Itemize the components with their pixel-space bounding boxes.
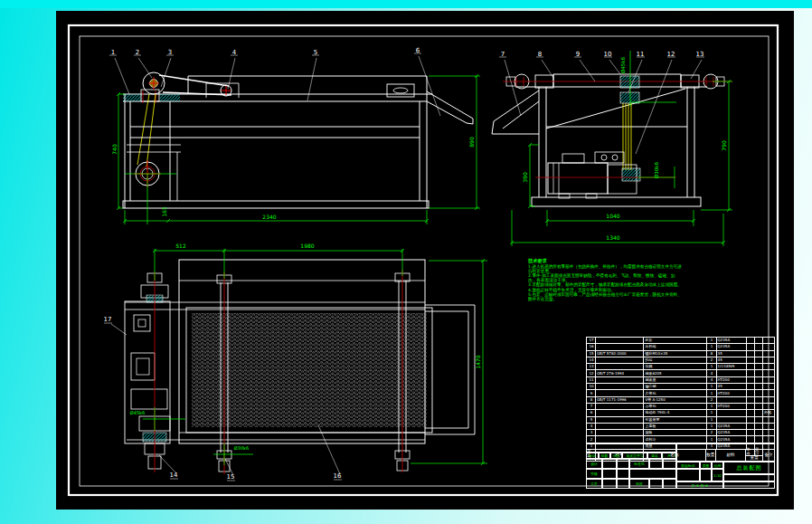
dim-front-bottom: 2340 bbox=[262, 214, 276, 220]
dim-front-offset: 165 bbox=[161, 206, 167, 217]
bottom-right-cell bbox=[723, 481, 775, 489]
process-date-cell bbox=[617, 479, 629, 489]
bom-row: 6电动机 Y90L-41外购 bbox=[586, 409, 775, 415]
side-part-labels: 7 8 9 10 11 12 13 bbox=[501, 51, 704, 58]
front-part-labels: 1 2 3 4 5 6 bbox=[111, 47, 420, 56]
bom-row: 7小带轮1HT200 bbox=[586, 403, 775, 409]
company-cell bbox=[723, 474, 775, 481]
dim-plan-shaft: Ø45k6 bbox=[130, 410, 145, 415]
design-date-cell bbox=[617, 459, 629, 469]
rev-mark-label: 标记 bbox=[586, 453, 599, 459]
mass-label: 质量 bbox=[700, 462, 712, 469]
part-label-16: 16 bbox=[334, 472, 342, 480]
notes-title: 技术要求 bbox=[528, 259, 711, 263]
bom-row: 12GB/T 276-1994轴承62054 bbox=[586, 369, 775, 376]
scale-value: 1:10 bbox=[712, 469, 723, 481]
top-pulley-hatch-b bbox=[620, 92, 639, 103]
part-label-15: 15 bbox=[227, 473, 235, 481]
dim-plan-1980: 1980 bbox=[300, 243, 314, 249]
approve-sign-cell bbox=[649, 479, 663, 489]
dim-side-shaft: Ø45k6 bbox=[620, 56, 626, 73]
drawing-name: 总装配图 bbox=[723, 462, 775, 474]
rev-zone-label: 分区 bbox=[610, 453, 622, 459]
design-sign-cell bbox=[602, 459, 617, 469]
approve-label: 批准 bbox=[629, 479, 649, 489]
bom-row: 5张紧装置1 bbox=[586, 416, 775, 423]
note-line: 附件齐全完整。 bbox=[528, 297, 711, 301]
bom-row: 15GB/T 5782-2000螺栓M10×35835 bbox=[586, 350, 775, 357]
part-label-14: 14 bbox=[170, 472, 178, 479]
top-pulley-hatch-a bbox=[620, 76, 639, 88]
process-sign-cell bbox=[602, 479, 617, 489]
part-label-7: 7 bbox=[501, 51, 505, 58]
standard-date-cell bbox=[663, 459, 676, 469]
rev-date-label: 年、月、日 bbox=[662, 453, 676, 459]
drawing-number-box bbox=[676, 443, 775, 462]
dim-side-pulley: Ø30k6 bbox=[654, 161, 659, 178]
part-label-2: 2 bbox=[136, 49, 139, 56]
part-label-13: 13 bbox=[696, 51, 704, 58]
sheet-count: 共 张 第 张 bbox=[676, 481, 723, 489]
part-label-11: 11 bbox=[637, 51, 645, 58]
front-view: 740 890 165 2340 1 2 3 4 5 6 bbox=[109, 47, 480, 224]
dim-side-left: 390 bbox=[522, 172, 528, 183]
scale-label: 比例 bbox=[712, 462, 723, 469]
rail-hatch-left bbox=[123, 94, 142, 101]
dim-front-right: 890 bbox=[468, 137, 475, 148]
notes-lines: 1.进入机器的所有零部件（包括外购件、外协件），均需提供有合格证明文件方可进行组… bbox=[528, 264, 711, 301]
bom-row: 9大带轮1HT200 bbox=[586, 389, 775, 395]
side-leaders bbox=[499, 57, 704, 154]
bom-row: 2进料斗1Q235A bbox=[586, 435, 775, 442]
mass-value-cell bbox=[700, 469, 712, 481]
dim-side-overall: 1340 bbox=[606, 234, 619, 241]
bom-row: 13筛网11Cr18Ni9 bbox=[586, 363, 775, 369]
dim-plan-1470: 1470 bbox=[475, 355, 481, 368]
mesh-belt bbox=[192, 313, 427, 427]
bom-row: 14托辊245 bbox=[586, 357, 775, 363]
dim-front-left: 740 bbox=[111, 144, 118, 155]
motor-pulley-hatch bbox=[622, 168, 640, 181]
audit-right-cell bbox=[629, 469, 676, 479]
bom-row: 4上盖板1Q235A bbox=[586, 423, 775, 429]
audit-sign-cell bbox=[602, 469, 617, 479]
part-label-5: 5 bbox=[314, 49, 317, 56]
v-belt-lines bbox=[137, 94, 156, 167]
design-label: 设计 bbox=[586, 459, 602, 469]
bom-row: 16出料槽1Q235A bbox=[586, 343, 775, 349]
stage-value-cell bbox=[676, 469, 700, 481]
dim-side-inner: 1040 bbox=[606, 213, 619, 219]
stage-label: 阶段标记 bbox=[676, 462, 700, 469]
rev-docno-label: 更改文件号 bbox=[622, 453, 647, 459]
title-block: 标记 处数 分区 更改文件号 签名 年、月、日 设计 标准化 审核 工艺 批准 … bbox=[586, 443, 775, 489]
rev-count-label: 处数 bbox=[599, 453, 610, 459]
bom-row: 8GB/T 1171-1996V带 A-12502 bbox=[586, 396, 775, 403]
front-leaders bbox=[109, 53, 440, 116]
technical-notes: 技术要求 1.进入机器的所有零部件（包括外购件、外协件），均需提供有合格证明文件… bbox=[528, 259, 711, 301]
part-label-6: 6 bbox=[416, 47, 420, 54]
part-label-9: 9 bbox=[576, 51, 580, 58]
part-label-3: 3 bbox=[168, 49, 172, 56]
part-label-1: 1 bbox=[111, 49, 115, 56]
dim-side-right: 790 bbox=[721, 140, 727, 151]
standard-sign-cell bbox=[649, 459, 663, 469]
part-label-8: 8 bbox=[538, 51, 542, 58]
bom-row: 10偏心轴145 bbox=[586, 383, 775, 389]
cad-screenshot: 740 890 165 2340 1 2 3 4 5 6 bbox=[0, 0, 812, 524]
approve-date-cell bbox=[663, 479, 676, 489]
standard-label: 标准化 bbox=[629, 459, 649, 469]
audit-label: 审核 bbox=[586, 469, 602, 479]
part-label-12: 12 bbox=[667, 51, 675, 58]
dim-plan-roller: Ø30k6 bbox=[234, 445, 249, 451]
side-view: Ø45k6 390 790 Ø30k6 1040 1340 7 8 9 10 1… bbox=[492, 51, 732, 246]
process-label: 工艺 bbox=[586, 479, 602, 489]
part-label-10: 10 bbox=[604, 51, 612, 58]
dim-plan-512: 512 bbox=[175, 243, 186, 249]
part-label-17: 17 bbox=[104, 316, 112, 323]
part-label-4: 4 bbox=[232, 49, 237, 56]
bom-row: 17机架1Q235A bbox=[586, 337, 775, 343]
audit-date-cell bbox=[617, 469, 629, 479]
rail-hatch-right bbox=[160, 94, 180, 101]
plan-view: 512 1980 1470 Ø45k6 Ø30k6 17 14 15 16 bbox=[104, 243, 487, 481]
bom-row: 11轴承座4HT200 bbox=[586, 376, 775, 383]
rev-sign-label: 签名 bbox=[647, 453, 662, 459]
